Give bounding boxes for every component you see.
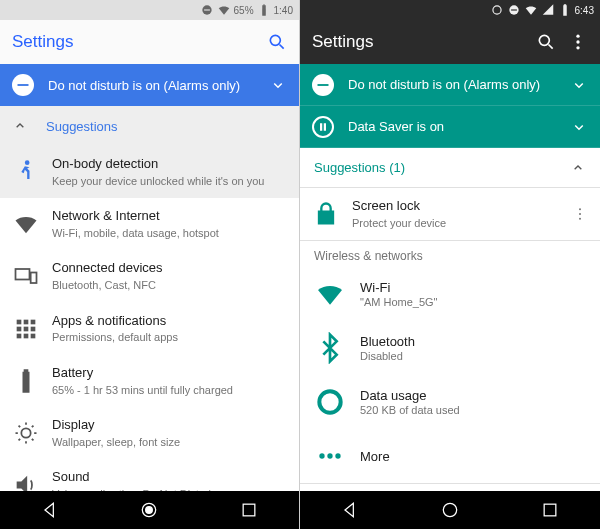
item-sub: Protect your device [352,216,572,230]
svg-rect-32 [324,123,326,131]
svg-point-36 [319,392,340,413]
recents-button[interactable] [540,500,560,520]
item-sub: 65% - 1 hr 53 mins until fully charged [52,383,287,397]
item-title: Screen lock [352,198,572,215]
svg-point-25 [539,35,549,45]
item-network[interactable]: Network & InternetWi-Fi, mobile, data us… [0,198,299,250]
svg-rect-13 [24,326,29,331]
clock: 1:40 [274,5,293,16]
item-wifi[interactable]: Wi-Fi"AM Home_5G" [300,267,600,321]
svg-rect-17 [31,333,36,338]
svg-rect-21 [243,504,255,516]
home-button[interactable] [139,500,159,520]
item-title: Connected devices [52,260,287,277]
dnd-banner[interactable]: Do not disturb is on (Alarms only) [0,64,299,106]
datausage-icon [314,386,346,418]
dnd-banner[interactable]: Do not disturb is on (Alarms only) [300,64,600,106]
wifi-icon [12,210,40,238]
item-display[interactable]: DisplayWallpaper, sleep, font size [0,407,299,459]
svg-rect-41 [544,504,556,516]
svg-point-33 [579,208,581,210]
devices-icon [12,262,40,290]
svg-rect-1 [204,9,210,10]
display-icon [12,419,40,447]
status-bar: 6:43 [300,0,600,20]
nav-bar [0,491,299,529]
overflow-icon[interactable] [568,32,588,52]
left-pane: 65% 1:40 Settings Do not disturb is on (… [0,0,300,529]
item-datausage[interactable]: Data usage520 KB of data used [300,375,600,429]
appbar: Settings [300,20,600,64]
suggestion-onbody[interactable]: On-body detection Keep your device unloc… [0,146,299,198]
svg-point-29 [576,46,579,49]
svg-point-39 [335,454,340,459]
item-sub: Wallpaper, sleep, font size [52,435,287,449]
signal-icon [541,3,555,17]
more-icon[interactable] [572,206,588,222]
wifi-icon [314,278,346,310]
item-connected[interactable]: Connected devicesBluetooth, Cast, NFC [0,250,299,302]
settings-list: On-body detection Keep your device unloc… [0,146,299,529]
item-sub: Disabled [360,350,586,362]
item-sub: "AM Home_5G" [360,296,586,308]
dnd-icon [200,3,214,17]
chevron-down-icon [269,76,287,94]
svg-point-6 [25,160,30,165]
svg-rect-5 [18,84,29,86]
item-bluetooth[interactable]: BluetoothDisabled [300,321,600,375]
svg-point-27 [576,35,579,38]
svg-rect-14 [31,326,36,331]
back-button[interactable] [40,500,60,520]
item-title: Bluetooth [360,334,586,349]
item-battery[interactable]: Battery65% - 1 hr 53 mins until fully ch… [0,355,299,407]
svg-point-3 [270,35,280,45]
appbar: Settings [0,20,299,64]
recents-button[interactable] [239,500,259,520]
svg-point-18 [21,428,30,437]
nav-bar [300,491,600,529]
svg-point-34 [579,213,581,215]
svg-rect-11 [31,319,36,324]
banner-text: Do not disturb is on (Alarms only) [48,78,269,93]
chevron-up-icon [570,160,586,176]
svg-point-28 [576,40,579,43]
suggestions-label: Suggestions [46,119,118,134]
item-more[interactable]: More [300,429,600,483]
svg-rect-9 [17,319,22,324]
item-apps[interactable]: Apps & notificationsPermissions, default… [0,303,299,355]
chevron-down-icon [570,76,588,94]
svg-rect-12 [17,326,22,331]
svg-rect-15 [17,333,22,338]
svg-line-26 [549,45,553,49]
item-title: Wi-Fi [360,280,586,295]
datasaver-icon [490,3,504,17]
svg-rect-7 [16,269,30,280]
battery-pct: 65% [234,5,254,16]
status-bar: 65% 1:40 [0,0,299,20]
datasaver-banner[interactable]: Data Saver is on [300,106,600,148]
svg-rect-24 [511,9,517,10]
svg-rect-2 [262,9,264,15]
walking-icon [12,158,40,186]
suggestion-screenlock[interactable]: Screen lockProtect your device [300,188,600,240]
search-icon[interactable] [267,32,287,52]
svg-point-35 [579,218,581,220]
right-pane: 6:43 Settings Do not disturb is on (Alar… [300,0,600,529]
more-dots-icon [314,440,346,472]
search-icon[interactable] [536,32,556,52]
lock-icon [312,200,340,228]
svg-rect-16 [24,333,29,338]
suggestions-header[interactable]: Suggestions [0,106,299,146]
back-button[interactable] [340,500,360,520]
pause-icon [312,116,334,138]
svg-point-38 [327,454,332,459]
suggestions-label: Suggestions (1) [314,160,570,175]
svg-rect-31 [320,123,322,131]
battery-icon [558,3,572,17]
item-sub: Bluetooth, Cast, NFC [52,278,287,292]
home-button[interactable] [440,500,460,520]
item-title: On-body detection [52,156,287,173]
minus-icon [12,74,34,96]
page-title: Settings [12,32,255,52]
suggestions-header[interactable]: Suggestions (1) [300,148,600,188]
